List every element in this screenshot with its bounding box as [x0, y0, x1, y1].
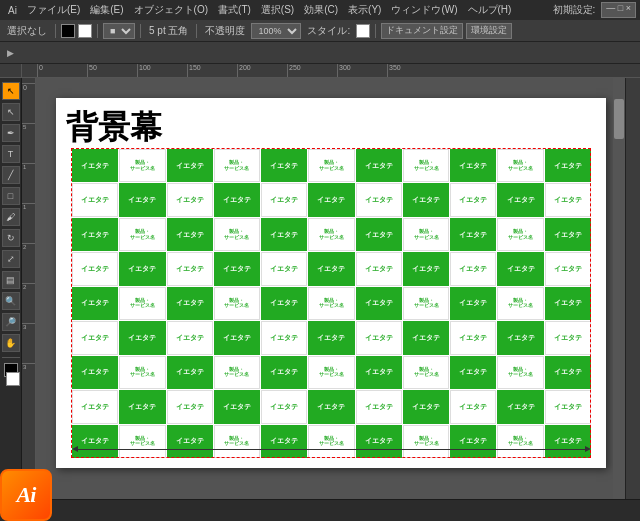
- style-label: スタイル:: [304, 24, 353, 38]
- dimension-border: [71, 148, 591, 458]
- tool-separator: [2, 357, 20, 358]
- pt-label: 5 pt 五角: [146, 24, 191, 38]
- menu-view[interactable]: 表示(Y): [344, 2, 385, 18]
- separator-4: [196, 24, 197, 38]
- zoom-tool[interactable]: 🔎: [2, 313, 20, 331]
- env-settings-btn[interactable]: 環境設定: [466, 23, 512, 39]
- w-dimension-line: [72, 446, 591, 452]
- bottom-bar: 手のひら: [0, 499, 640, 521]
- stroke-color[interactable]: [61, 24, 75, 38]
- selection-label: 選択なし: [4, 24, 50, 38]
- brush-tool[interactable]: 🖌: [2, 208, 20, 226]
- select-tool[interactable]: ↖: [2, 82, 20, 100]
- menu-ai[interactable]: Ai: [4, 4, 21, 17]
- stroke-swatch[interactable]: [6, 372, 20, 386]
- pen-tool[interactable]: ✒: [2, 124, 20, 142]
- ruler-tick-300: 300: [337, 64, 351, 77]
- ruler-horizontal: 0 50 100 150 200 250 300 350: [22, 64, 640, 78]
- artboard: 背景幕 イエタテ製品・サービス名イエタテ製品・サービス名イエタテ製品・サービス名…: [56, 98, 606, 468]
- v-tick-100: 1: [22, 163, 35, 170]
- ruler-tick-0: 0: [37, 64, 43, 77]
- v-tick-350: 3: [22, 363, 35, 370]
- v-tick-200: 2: [22, 243, 35, 250]
- line-tool[interactable]: ╱: [2, 166, 20, 184]
- ruler-row: 0 50 100 150 200 250 300 350: [0, 64, 640, 78]
- v-tick-0: 0: [22, 83, 35, 91]
- left-toolbar: ↖ ↖ ✒ T ╱ □ 🖌 ↻ ⤢ ▤ 🔍 🔎 ✋: [0, 78, 22, 499]
- fill-color[interactable]: [78, 24, 92, 38]
- menu-format[interactable]: 書式(T): [214, 2, 255, 18]
- ruler-tick-350: 350: [387, 64, 401, 77]
- rotate-tool[interactable]: ↻: [2, 229, 20, 247]
- v-tick-50: 5: [22, 123, 35, 130]
- eyedropper-tool[interactable]: 🔍: [2, 292, 20, 310]
- canvas-area[interactable]: 背景幕 イエタテ製品・サービス名イエタテ製品・サービス名イエタテ製品・サービス名…: [36, 78, 625, 499]
- menu-bar: Ai ファイル(E) 編集(E) オブジェクト(O) 書式(T) 選択(S) 効…: [0, 0, 640, 20]
- menu-select[interactable]: 選択(S): [257, 2, 298, 18]
- ruler-tick-50: 50: [87, 64, 97, 77]
- initial-settings-label: 初期設定:: [549, 2, 600, 18]
- gradient-tool[interactable]: ▤: [2, 271, 20, 289]
- ruler-vertical: 0 5 1 1 2 2 3 3: [22, 78, 36, 499]
- ai-logo: Ai: [0, 469, 52, 521]
- direct-select-tool[interactable]: ↖: [2, 103, 20, 121]
- w-line: [78, 449, 585, 450]
- ruler-tick-250: 250: [287, 64, 301, 77]
- rect-tool[interactable]: □: [2, 187, 20, 205]
- doc-settings-btn[interactable]: ドキュメント設定: [381, 23, 463, 39]
- separator-1: [55, 24, 56, 38]
- menu-help[interactable]: ヘルプ(H): [464, 2, 516, 18]
- ruler-corner: [0, 64, 22, 78]
- separator-2: [97, 24, 98, 38]
- menu-object[interactable]: オブジェクト(O): [130, 2, 212, 18]
- v-tick-300: 3: [22, 323, 35, 330]
- main-area: ↖ ↖ ✒ T ╱ □ 🖌 ↻ ⤢ ▤ 🔍 🔎 ✋ 0 5 1 1 2 2 3 …: [0, 78, 640, 499]
- v-tick-250: 2: [22, 283, 35, 290]
- window-controls[interactable]: — □ ×: [601, 2, 636, 18]
- v-tick-150: 1: [22, 203, 35, 210]
- opacity-label: 不透明度: [202, 24, 248, 38]
- style-box[interactable]: [356, 24, 370, 38]
- ruler-tick-200: 200: [237, 64, 251, 77]
- scale-tool[interactable]: ⤢: [2, 250, 20, 268]
- right-panel: [625, 78, 640, 499]
- type-tool[interactable]: T: [2, 145, 20, 163]
- background-title: 背景幕: [66, 106, 162, 150]
- vertical-scrollbar[interactable]: [613, 78, 625, 499]
- hand-tool[interactable]: ✋: [2, 334, 20, 352]
- toolbar-2: ▶: [0, 42, 640, 64]
- ruler-tick-100: 100: [137, 64, 151, 77]
- separator-5: [375, 24, 376, 38]
- opacity-select[interactable]: 100%: [251, 23, 301, 39]
- brush-select[interactable]: ■: [103, 23, 135, 39]
- ai-logo-text: Ai: [17, 482, 36, 508]
- options-label: ▶: [4, 48, 17, 58]
- menu-effect[interactable]: 効果(C): [300, 2, 342, 18]
- w-arrow-right: [585, 446, 591, 452]
- menu-window[interactable]: ウィンドウ(W): [387, 2, 461, 18]
- toolbar-1: 選択なし ■ 5 pt 五角 不透明度 100% スタイル: ドキュメント設定 …: [0, 20, 640, 42]
- scrollbar-thumb[interactable]: [614, 99, 624, 139]
- separator-3: [140, 24, 141, 38]
- ruler-tick-150: 150: [187, 64, 201, 77]
- menu-edit[interactable]: 編集(E): [86, 2, 127, 18]
- menu-file[interactable]: ファイル(E): [23, 2, 84, 18]
